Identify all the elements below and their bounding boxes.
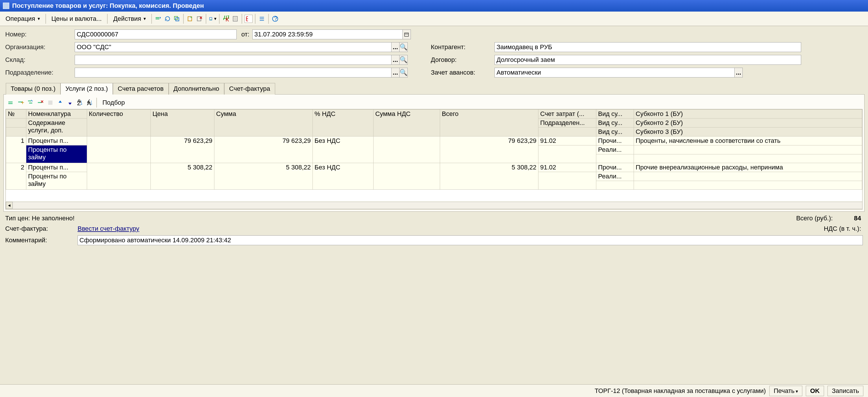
col-total[interactable]: Всего	[440, 109, 538, 136]
cell-sum[interactable]: 5 308,22	[214, 163, 313, 190]
ellipsis-icon[interactable]: ...	[392, 55, 400, 65]
cell-desc[interactable]: Проценты по займу	[26, 172, 87, 190]
cell-sub3[interactable]	[634, 155, 862, 163]
sort-desc-icon[interactable]: ZA	[85, 98, 94, 107]
table-row[interactable]: 1 Проценты п... 79 623,29 79 623,29 Без …	[6, 136, 862, 145]
report-icon[interactable]	[231, 15, 239, 23]
search-icon[interactable]: 🔍	[400, 55, 408, 65]
actions-menu[interactable]: Действия	[110, 13, 149, 24]
dtkt-icon[interactable]: ДтКт	[222, 15, 230, 23]
col-vid3[interactable]: Вид су...	[596, 128, 634, 136]
move-down-icon[interactable]	[66, 98, 74, 107]
cell-vid2[interactable]: Реали...	[596, 145, 634, 155]
ellipsis-icon[interactable]: ...	[392, 68, 400, 77]
ellipsis-icon[interactable]: ...	[392, 42, 400, 52]
add-row-icon[interactable]	[7, 98, 16, 107]
col-sub3[interactable]: Субконто 3 (БУ)	[634, 128, 862, 136]
cell-vatsum[interactable]	[374, 136, 440, 163]
ellipsis-icon[interactable]: ...	[735, 68, 743, 77]
col-vatsum[interactable]: Сумма НДС	[374, 109, 440, 136]
calendar-icon[interactable]	[403, 30, 411, 39]
tree-icon[interactable]	[245, 15, 253, 23]
cell-sum[interactable]: 79 623,29	[214, 136, 313, 163]
cell-vid2[interactable]: Реали...	[596, 172, 634, 181]
cell-acc[interactable]: 91.02	[538, 136, 596, 145]
tab-accounts[interactable]: Счета расчетов	[113, 83, 169, 95]
table-row[interactable]: 2 Проценты п... 5 308,22 5 308,22 Без НД…	[6, 163, 862, 172]
comment-field[interactable]	[78, 235, 863, 245]
insert-row-icon[interactable]: +	[17, 98, 25, 107]
org-field[interactable]	[75, 42, 392, 52]
scroll-track[interactable]	[13, 202, 862, 209]
col-vat[interactable]: % НДС	[313, 109, 374, 136]
cell-vatsum[interactable]	[374, 163, 440, 190]
prices-currency-button[interactable]: Цены и валюта...	[48, 13, 105, 24]
cell-vid3[interactable]	[596, 181, 634, 190]
refresh-icon[interactable]	[163, 15, 172, 23]
list-icon[interactable]	[258, 15, 266, 23]
col-desc[interactable]: Содержание услуги, доп.	[26, 119, 87, 136]
delete-row-icon[interactable]	[36, 98, 45, 107]
help-icon[interactable]: ?	[271, 15, 279, 23]
search-icon[interactable]: 🔍	[400, 42, 408, 52]
cell-price[interactable]: 5 308,22	[151, 163, 214, 190]
advance-field[interactable]	[494, 68, 735, 77]
cell-dept[interactable]	[538, 145, 596, 163]
contract-field[interactable]	[494, 55, 801, 65]
number-field[interactable]	[75, 30, 237, 39]
col-sub2[interactable]: Субконто 2 (БУ)	[634, 119, 862, 128]
cell-n[interactable]: 1	[6, 136, 26, 163]
cell-nomen[interactable]: Проценты п...	[26, 163, 87, 172]
search-icon[interactable]: 🔍	[400, 68, 408, 77]
enter-invoice-link[interactable]: Ввести счет-фактуру	[78, 225, 139, 232]
dept-field[interactable]	[75, 68, 392, 77]
print-button[interactable]: Печать	[769, 386, 802, 396]
cell-sub1[interactable]: Прочие внереализационные расходы, неприн…	[634, 163, 862, 172]
cell-nomen[interactable]: Проценты п...	[26, 136, 87, 145]
cell-vat[interactable]: Без НДС	[313, 136, 374, 163]
scroll-left-icon[interactable]: ◄	[6, 202, 13, 209]
cell-sub3[interactable]	[634, 181, 862, 190]
save-button[interactable]: Записать	[828, 386, 863, 396]
cell-price[interactable]: 79 623,29	[151, 136, 214, 163]
sort-asc-icon[interactable]: AZ	[75, 98, 84, 107]
cell-qty[interactable]	[87, 163, 151, 190]
fill-menu-icon[interactable]	[209, 15, 217, 23]
date-field[interactable]	[252, 30, 403, 39]
col-vid2[interactable]: Вид су...	[596, 119, 634, 128]
col-sum[interactable]: Сумма	[214, 109, 313, 136]
select-button[interactable]: Подбор	[99, 97, 128, 108]
counterparty-field[interactable]	[494, 42, 801, 52]
cell-vid1[interactable]: Прочи...	[596, 163, 634, 172]
operation-menu[interactable]: Операция	[2, 13, 43, 24]
cell-qty[interactable]	[87, 136, 151, 163]
cell-total[interactable]: 5 308,22	[440, 163, 538, 190]
copy-row-icon[interactable]	[26, 98, 35, 107]
col-vid1[interactable]: Вид су...	[596, 109, 634, 119]
tab-services[interactable]: Услуги (2 поз.)	[60, 83, 113, 95]
cell-sub1[interactable]: Проценты, начисленные в соответствии со …	[634, 136, 862, 145]
cell-n[interactable]: 2	[6, 163, 26, 190]
col-sub1[interactable]: Субконто 1 (БУ)	[634, 109, 862, 119]
post-icon[interactable]	[186, 15, 194, 23]
unpost-icon[interactable]	[195, 15, 204, 23]
cell-sub2[interactable]	[634, 145, 862, 155]
tab-additional[interactable]: Дополнительно	[169, 83, 224, 95]
cell-vid3[interactable]	[596, 155, 634, 163]
move-up-icon[interactable]	[56, 98, 64, 107]
clone-icon[interactable]	[173, 15, 181, 23]
warehouse-field[interactable]	[75, 55, 392, 65]
cell-vat[interactable]: Без НДС	[313, 163, 374, 190]
ok-button[interactable]: OK	[806, 386, 824, 396]
horizontal-scrollbar[interactable]: ◄	[6, 201, 862, 209]
cell-desc-selected[interactable]: Проценты по займу	[26, 145, 87, 163]
col-acc[interactable]: Счет затрат (...	[538, 109, 596, 119]
cell-sub2[interactable]	[634, 172, 862, 181]
cell-dept[interactable]	[538, 172, 596, 190]
col-number[interactable]: №	[6, 109, 26, 119]
cell-vid1[interactable]: Прочи...	[596, 136, 634, 145]
col-dept2[interactable]: Подразделен...	[538, 119, 596, 128]
col-price[interactable]: Цена	[151, 109, 214, 136]
tab-invoice[interactable]: Счет-фактура	[224, 83, 275, 95]
cell-total[interactable]: 79 623,29	[440, 136, 538, 163]
